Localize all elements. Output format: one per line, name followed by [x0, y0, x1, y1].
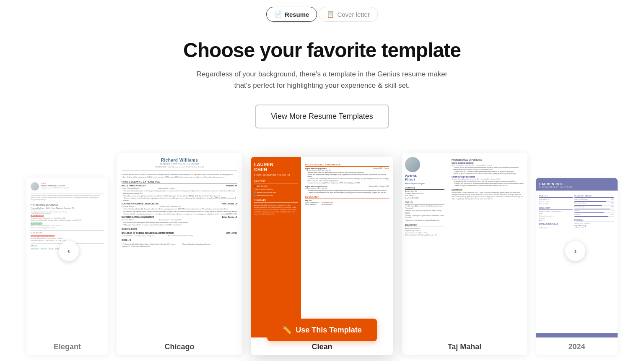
chicago-edu-title: EDUCATION [122, 228, 237, 231]
clean-summary: Marketing Specialist with an year of exp… [254, 204, 298, 215]
taj-right-panel: PROFESSIONAL EXPERIENCE Senior Graphic D… [448, 153, 527, 337]
taj-edu-label: EDUCATION [405, 224, 444, 227]
taj-summary-label: SUMMARY [452, 188, 524, 191]
hero-section: Choose your favorite template Regardless… [0, 22, 644, 140]
taj-exp-label: PROFESSIONAL EXPERIENCE [452, 159, 524, 161]
template-card-elegant[interactable]: AMS SENIOR FINANCIAL ADVISOR richard@ema… [26, 178, 108, 355]
taj-photo [405, 157, 420, 172]
clean-edu-label: EDUCATION [305, 196, 389, 199]
view-more-templates-button[interactable]: View More Resume Templates [255, 105, 389, 128]
taj-skills-label: SKILLS [405, 201, 444, 204]
carousel-track: AMS SENIOR FINANCIAL ADVISOR richard@ema… [0, 153, 644, 355]
y2024-person-title: DIGITAL MARKETING SPECIA... [539, 186, 614, 188]
use-template-label: Use This Template [296, 326, 362, 335]
taj-person-name: AparnaKhatri [405, 174, 444, 182]
clean-preview: LAURENCHEN DIGITAL MARKETING SPECIALIST … [251, 157, 393, 337]
template-card-2024[interactable]: LAUREN CHI... DIGITAL MARKETING SPECIA..… [536, 178, 618, 355]
taj-left-panel: AparnaKhatri Senior Graphic Designer CON… [402, 153, 448, 337]
clean-left-panel: LAURENCHEN DIGITAL MARKETING SPECIALIST … [251, 157, 301, 337]
y2024-body: CONTACT aparna.khatri@... linkedin.com/i… [536, 191, 618, 333]
clean-right-panel: PROFESSIONAL EXPERIENCE Digital Marketin… [301, 157, 393, 337]
tab-resume[interactable]: 📄 Resume [266, 7, 317, 22]
y2024-skills-label: RELEVANT SKILLS [574, 195, 614, 198]
taj-summary: Senior Graphic Designer Specialist with … [452, 192, 524, 201]
chicago-person-name: Richard Williams [122, 158, 237, 162]
y2024-edu-label: EDUCATION [539, 207, 573, 210]
template-carousel: AMS SENIOR FINANCIAL ADVISOR richard@ema… [0, 140, 644, 361]
chicago-skills-title: SKILLS [122, 239, 237, 242]
clean-phone: 📞 (123) 456-7890 [254, 185, 298, 187]
y2024-header: LAUREN CHI... DIGITAL MARKETING SPECIA..… [536, 178, 618, 191]
tab-resume-label: Resume [285, 11, 309, 18]
tab-cover-letter-label: Cover letter [337, 11, 370, 18]
clean-email: ✉ lauren.chen@email.com [254, 188, 298, 190]
chicago-contact: (123) 456-7890 · richard@email.com · 47 … [122, 166, 237, 168]
y2024-person-name: LAUREN CHI... [539, 182, 614, 186]
taj-contact-label: CONTACT [405, 186, 444, 190]
clean-summary-label: SUMMARY [254, 199, 298, 203]
template-card-chicago[interactable]: Richard Williams SENIOR FINANCIAL ADVISO… [117, 153, 242, 355]
clean-linkedin: 🔗 linkedin.com/in/lauren-chen [254, 191, 298, 194]
y2024-extra-label: EXTRACURRICULAR [539, 223, 573, 226]
chevron-left-icon: ‹ [68, 246, 70, 256]
chicago-name: Chicago [117, 337, 242, 355]
y2024-exp-label: PROFES... [574, 219, 614, 222]
carousel-prev-button[interactable]: ‹ [59, 241, 79, 261]
use-template-icon: ✏️ [282, 325, 291, 335]
template-card-clean[interactable]: LAURENCHEN DIGITAL MARKETING SPECIALIST … [251, 157, 393, 355]
use-template-button[interactable]: ✏️ Use This Template [267, 319, 377, 341]
chicago-preview: Richard Williams SENIOR FINANCIAL ADVISO… [117, 153, 242, 337]
clean-person-name: LAURENCHEN [254, 162, 298, 172]
carousel-next-button[interactable]: › [565, 241, 585, 261]
tajmahal-preview: AparnaKhatri Senior Graphic Designer CON… [402, 153, 527, 337]
hero-subtitle: Regardless of your background, there's a… [196, 68, 448, 91]
elegant-name: Elegant [26, 337, 108, 355]
template-card-tajmahal[interactable]: AparnaKhatri Senior Graphic Designer CON… [402, 153, 527, 355]
clean-twitter: 🐦 twitter.com/lauren-chen [254, 194, 298, 196]
elegant-avatar [31, 182, 39, 191]
taj-person-title: Senior Graphic Designer [405, 183, 444, 185]
resume-icon: 📄 [274, 10, 282, 18]
tab-cover-letter[interactable]: 📋 Cover letter [319, 7, 378, 22]
chevron-right-icon: › [574, 246, 577, 256]
cover-letter-icon: 📋 [327, 10, 335, 18]
chicago-exp-title: PROFESSIONAL EXPERIENCE [122, 180, 237, 184]
tajmahal-name: Taj Mahal [402, 337, 527, 355]
chicago-person-title: SENIOR FINANCIAL ADVISOR [122, 162, 237, 165]
clean-exp-label: PROFESSIONAL EXPERIENCE [305, 163, 389, 167]
y2024-name: 2024 [536, 337, 618, 355]
clean-contact-label: CONTACT [254, 180, 298, 183]
clean-person-title: DIGITAL MARKETING SPECIALIST [254, 174, 298, 176]
y2024-contact-label: CONTACT [539, 195, 573, 198]
tab-bar: 📄 Resume 📋 Cover letter [0, 0, 644, 22]
chicago-summary: Financial Advisor with 7+ years of exper… [122, 173, 237, 178]
hero-title: Choose your favorite template [8, 39, 636, 62]
